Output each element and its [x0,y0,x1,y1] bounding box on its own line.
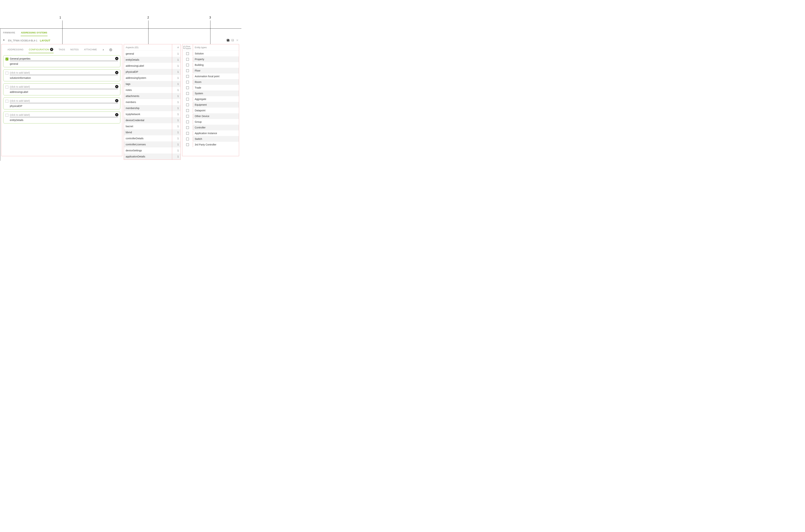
panel-entity-types: Show aspect Entity types SolutionPropert… [182,44,239,156]
entity-type-label[interactable]: 3rd Party Controller [193,142,239,148]
entity-checkbox[interactable] [186,75,189,78]
entity-checkbox[interactable] [186,132,189,135]
breadcrumb-layout[interactable]: LAYOUT [40,39,50,42]
entity-checkbox[interactable] [186,120,189,123]
entity-checkbox[interactable] [186,87,189,89]
entity-checkbox[interactable] [186,64,189,66]
entity-type-label[interactable]: Room [193,79,239,85]
card-label-input[interactable]: (click to add label) [10,113,118,117]
aspect-row[interactable]: controllerDetails1 [124,135,181,141]
entity-type-label[interactable]: System [193,91,239,96]
entity-type-label[interactable]: Switch [193,136,239,142]
subtab-attachments[interactable]: ATTACHME [84,47,97,53]
aspect-row[interactable]: deviceCredential1 [124,117,181,123]
card-label-input[interactable]: (click to add label) [10,99,118,103]
entity-type-label[interactable]: Property [193,56,239,62]
chevron-right-icon[interactable] [102,49,105,51]
entity-checkbox[interactable] [186,58,189,61]
add-tab-icon[interactable] [109,48,112,52]
entity-checkbox[interactable] [186,92,189,95]
entity-checkbox[interactable] [186,98,189,100]
save-icon[interactable] [231,39,234,42]
callout-line-3 [210,20,211,45]
subtab-tags[interactable]: TAGS [58,47,65,53]
entity-checkbox[interactable] [186,52,189,55]
show-aspect-all-checkbox[interactable] [183,46,185,49]
card-close-icon[interactable] [115,99,118,102]
tab-firmware[interactable]: FIRMWARE [3,31,16,36]
entity-checkbox[interactable] [186,126,189,129]
aspect-row[interactable]: general1 [124,51,181,57]
show-aspect-label: Show aspect [186,45,192,50]
card-checkbox[interactable] [5,100,8,102]
entity-checkbox[interactable] [186,103,189,106]
card-close-icon[interactable] [115,113,118,116]
aspect-row[interactable]: bbmd1 [124,129,181,135]
card-checkbox[interactable] [5,86,8,89]
aspect-row[interactable]: addressingLabel1 [124,63,181,69]
card-label-input[interactable]: (click to add label) [10,85,118,89]
close-icon[interactable] [236,39,239,42]
save-edit-icon[interactable] [226,39,230,42]
aspect-row[interactable]: addressingSystem1 [124,75,181,81]
subtab-addressing[interactable]: ADDRESSING [7,47,24,53]
back-arrow-icon[interactable] [3,39,5,42]
entity-type-label[interactable]: Trade [193,85,239,91]
entity-type-label[interactable]: Automation focal point [193,74,239,79]
aspect-count: 1 [172,93,181,99]
config-card: General propertiesgeneral [3,55,120,67]
aspect-row[interactable]: entityDetails1 [124,57,181,63]
entity-type-label[interactable]: Building [193,62,239,68]
close-tab-icon[interactable] [50,48,53,51]
card-checkbox[interactable] [5,72,8,75]
entity-type-label[interactable]: Controller [193,125,239,130]
aspect-count: 1 [172,141,181,148]
card-close-icon[interactable] [115,85,118,88]
entity-type-label[interactable]: Group [193,119,239,125]
card-close-icon[interactable] [115,57,118,60]
card-checkbox[interactable] [5,114,8,117]
entity-type-label[interactable]: Other Device [193,113,239,119]
aspect-id: bbmd [124,129,172,135]
aspect-row[interactable]: tags1 [124,81,181,87]
tab-addressing-systems[interactable]: ADDRESSING SYSTEMS [21,31,48,36]
entity-checkbox[interactable] [186,115,189,118]
entity-type-label[interactable]: Floor [193,68,239,74]
aspect-id: members [124,99,172,105]
aspect-id: applicationDetails [124,153,172,159]
entity-checkbox[interactable] [186,144,189,146]
entity-type-label[interactable]: Aggregate [193,96,239,102]
aspect-id: attachments [124,93,172,99]
aspect-id: physicalDP [124,69,172,75]
subtab-notes[interactable]: NOTES [70,47,79,53]
entity-checkbox[interactable] [186,69,189,72]
entity-row: Property [182,56,239,62]
entity-type-label[interactable]: Equipment [193,102,239,108]
card-close-icon[interactable] [115,71,118,74]
entity-type-label[interactable]: Solution [193,51,239,56]
entity-type-label[interactable]: Application Instance [193,130,239,136]
aspect-row[interactable]: membership1 [124,105,181,111]
aspect-row[interactable]: deviceSettings1 [124,148,181,153]
aspect-row[interactable]: notes1 [124,87,181,93]
aspects-header-count: # [172,44,181,51]
aspect-row[interactable]: bacnet1 [124,123,181,129]
config-card: (click to add label)addressingLabel [3,83,120,95]
aspect-row[interactable]: members1 [124,99,181,105]
aspect-row[interactable]: controllerLicenses1 [124,141,181,148]
entity-checkbox[interactable] [186,81,189,83]
aspect-row[interactable]: tcpIpNetwork1 [124,111,181,117]
card-label-input[interactable]: (click to add label) [10,71,118,75]
breadcrumb-path[interactable]: EN_TFMA VDI3814-BL4-1 [8,39,37,42]
entity-checkbox[interactable] [186,138,189,140]
entity-types-header: Entity types [193,44,239,51]
entity-checkbox[interactable] [186,109,189,112]
aspect-row[interactable]: attachments1 [124,93,181,99]
entity-type-label[interactable]: Datapoint [193,108,239,113]
card-checkbox[interactable] [5,58,8,60]
subtab-configuration[interactable]: CONFIGURATION [29,46,54,53]
aspect-row[interactable]: applicationDetails1 [124,153,181,159]
aspect-id: controllerDetails [124,135,172,141]
aspect-row[interactable]: physicalDP1 [124,69,181,75]
card-label-input[interactable]: General properties [10,57,118,61]
